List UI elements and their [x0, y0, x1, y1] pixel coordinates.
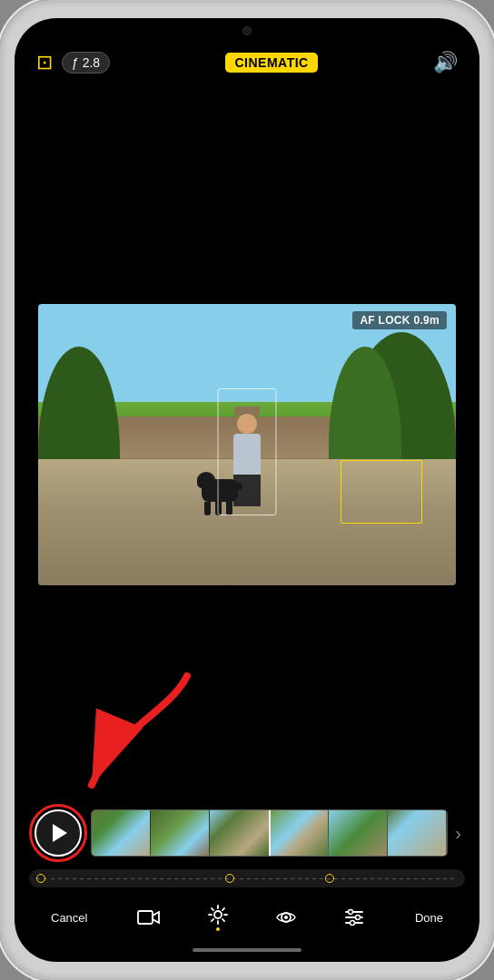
focus-box-person[interactable] [218, 388, 277, 515]
focus-track[interactable] [29, 869, 465, 887]
home-indicator-bar [193, 948, 301, 952]
filmstrip[interactable] [91, 809, 448, 857]
af-lock-label: AF LOCK 0.9m [352, 311, 447, 329]
filmstrip-frame-5 [329, 810, 388, 856]
filmstrip-frame-1 [92, 810, 151, 856]
svg-rect-1 [138, 911, 153, 924]
svg-point-2 [214, 911, 222, 918]
front-camera [242, 26, 252, 35]
done-button[interactable]: Done [411, 907, 447, 928]
focus-keyframe-1[interactable] [36, 874, 45, 883]
video-area[interactable]: AF LOCK 0.9m [15, 85, 479, 804]
cancel-button[interactable]: Cancel [47, 907, 91, 928]
brightness-svg [207, 904, 229, 926]
svg-line-7 [212, 908, 213, 910]
video-scene: AF LOCK 0.9m [38, 304, 456, 585]
focus-keyframe-3[interactable] [325, 874, 334, 883]
brightness-active-dot [216, 927, 220, 931]
play-button[interactable] [35, 809, 82, 857]
aperture-badge[interactable]: ƒ 2.8 [62, 52, 110, 74]
svg-line-8 [222, 919, 224, 921]
brightness-icon[interactable] [207, 904, 229, 931]
focus-svg [275, 906, 297, 928]
svg-line-10 [222, 908, 224, 910]
focus-keyframe-2[interactable] [225, 874, 234, 883]
video-frame: AF LOCK 0.9m [38, 304, 456, 585]
focus-icon[interactable] [275, 906, 297, 928]
focus-box-secondary[interactable] [341, 460, 422, 524]
video-camera-svg [137, 908, 161, 926]
filmstrip-chevron-right[interactable]: › [451, 823, 465, 844]
filmstrip-frame-2 [151, 810, 210, 856]
home-indicator [15, 944, 479, 962]
focus-track-line [36, 878, 458, 879]
svg-line-9 [212, 919, 213, 921]
sound-icon[interactable]: 🔊 [433, 51, 458, 74]
svg-point-12 [284, 916, 288, 919]
camera-mode-icon[interactable]: ⊡ [36, 51, 53, 74]
bottom-area: › Cancel [15, 804, 479, 944]
top-left-controls: ⊡ ƒ 2.8 [36, 51, 110, 74]
dog-leg [204, 502, 211, 515]
filmstrip-frame-6 [388, 810, 447, 856]
svg-point-17 [356, 916, 361, 920]
timeline-strip: › [29, 804, 465, 862]
adjust-svg [343, 906, 365, 928]
cinematic-badge[interactable]: CINEMATIC [225, 53, 317, 73]
svg-point-18 [351, 921, 355, 926]
adjust-icon[interactable] [343, 906, 365, 928]
toolbar: Cancel [29, 895, 465, 935]
svg-point-16 [349, 910, 353, 915]
notch [188, 18, 306, 44]
screen: ⊡ ƒ 2.8 CINEMATIC 🔊 [15, 18, 479, 962]
filmstrip-frame-4 [270, 810, 329, 856]
filmstrip-playhead [269, 810, 271, 856]
filmstrip-frame-3 [210, 810, 269, 856]
play-button-ring [29, 804, 87, 862]
phone-shell: ⊡ ƒ 2.8 CINEMATIC 🔊 [0, 0, 494, 980]
video-camera-icon[interactable] [137, 908, 161, 926]
